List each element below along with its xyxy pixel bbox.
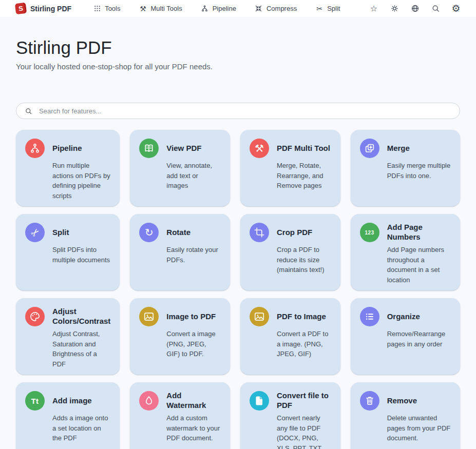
feature-title: Add Watermark	[166, 391, 221, 411]
globe-icon[interactable]	[410, 4, 420, 13]
sun-icon[interactable]	[390, 4, 399, 13]
search-icon	[24, 107, 32, 115]
search-icon[interactable]	[431, 4, 440, 13]
grid-icon	[93, 5, 101, 13]
feature-description: Convert a PDF to a image. (PNG, JPEG, GI…	[277, 329, 331, 359]
card-view-pdf[interactable]: View PDF View, annotate, add text or ima…	[130, 130, 230, 206]
search-input[interactable]	[16, 103, 460, 119]
gear-icon[interactable]: ⚙	[451, 4, 461, 13]
top-navbar: S Stirling PDF Tools ⚒ Multi Tools Pipel…	[0, 0, 476, 17]
feature-title: Pipeline	[52, 144, 110, 153]
feature-description: Crop a PDF to reduce its size (maintains…	[277, 245, 331, 275]
scissors-icon: ✂	[315, 5, 323, 13]
scissors-icon: ✂	[25, 223, 45, 242]
nav-item-compress[interactable]: Compress	[255, 5, 297, 13]
feature-description: Easily rotate your PDFs.	[166, 245, 221, 265]
image-icon	[250, 307, 269, 326]
page-title: Stirling PDF	[16, 37, 460, 58]
stirling-logo-icon: S	[15, 3, 27, 14]
feature-description: Adds a image onto a set location on the …	[52, 413, 110, 443]
feature-title: PDF Multi Tool	[277, 144, 331, 153]
card-split[interactable]: ✂ Split Split PDFs into multiple documen…	[16, 214, 120, 290]
feature-search	[16, 103, 460, 119]
feature-description: Run multiple actions on PDFs by defining…	[52, 161, 110, 201]
crop-icon	[250, 223, 269, 242]
feature-title: Split	[52, 228, 110, 238]
compress-icon	[255, 5, 263, 13]
card-add-watermark[interactable]: Add Watermark Add a custom watermark to …	[130, 382, 230, 449]
feature-title: Adjust Colors/Contrast	[52, 307, 110, 326]
feature-title: PDF to Image	[277, 312, 331, 322]
nav-item-label: Tools	[105, 5, 120, 12]
feature-description: Add a custom watermark to your PDF docum…	[166, 413, 221, 443]
card-rotate[interactable]: ↻ Rotate Easily rotate your PDFs.	[130, 214, 230, 290]
feature-title: Rotate	[166, 228, 221, 238]
card-add-image[interactable]: Tt Add image Adds a image onto a set loc…	[16, 382, 120, 449]
pipeline-icon	[201, 5, 209, 13]
trash-icon	[360, 391, 379, 411]
list-icon	[360, 307, 379, 326]
palette-icon	[25, 307, 45, 326]
feature-description: Convert a image (PNG, JPEG, GIF) to PDF.	[166, 329, 221, 359]
card-add-page-numbers[interactable]: 123 Add Page Numbers Add Page numbers th…	[351, 214, 460, 290]
card-pipeline[interactable]: Pipeline Run multiple actions on PDFs by…	[16, 130, 120, 206]
tools-icon: ⚒	[139, 5, 147, 13]
card-pdf-to-image[interactable]: PDF to Image Convert a PDF to a image. (…	[240, 298, 340, 375]
brand[interactable]: S Stirling PDF	[15, 3, 71, 14]
feature-description: Delete unwanted pages from your PDF docu…	[387, 413, 451, 443]
feature-description: Adjust Contrast, Saturation and Brightne…	[52, 329, 110, 369]
add-image-icon: Tt	[25, 391, 45, 411]
nav-menu: Tools ⚒ Multi Tools Pipeline Compress ✂ …	[93, 5, 340, 13]
nav-item-label: Pipeline	[213, 5, 236, 12]
nav-item-tools[interactable]: Tools	[93, 5, 120, 13]
nav-item-label: Compress	[266, 5, 297, 12]
main-content: Stirling PDF Your locally hosted one-sto…	[0, 37, 476, 449]
brand-name: Stirling PDF	[30, 5, 71, 13]
feature-card-grid: Pipeline Run multiple actions on PDFs by…	[16, 130, 460, 449]
book-icon	[139, 139, 159, 158]
card-image-to-pdf[interactable]: Image to PDF Convert a image (PNG, JPEG,…	[130, 298, 230, 375]
feature-title: Convert file to PDF	[277, 391, 331, 411]
feature-description: Remove/Rearrange pages in any order	[387, 329, 451, 349]
star-icon[interactable]: ☆	[369, 4, 378, 13]
feature-title: Merge	[387, 144, 451, 153]
nav-item-split[interactable]: ✂ Split	[315, 5, 340, 13]
merge-icon	[360, 139, 379, 158]
card-merge[interactable]: Merge Easily merge multiple PDFs into on…	[351, 130, 460, 206]
pipeline-icon	[25, 139, 45, 158]
add-page-numbers-icon: 123	[360, 223, 379, 242]
feature-description: Convert nearly any file to PDF (DOCX, PN…	[277, 413, 331, 449]
card-convert-file-to-pdf[interactable]: Convert file to PDF Convert nearly any f…	[240, 382, 340, 449]
nav-item-multi-tools[interactable]: ⚒ Multi Tools	[139, 5, 182, 13]
feature-title: Organize	[387, 312, 451, 322]
feature-description: Merge, Rotate, Rearrange, and Remove pag…	[277, 161, 331, 191]
file-icon	[250, 391, 269, 411]
rotate-icon: ↻	[139, 223, 159, 242]
feature-title: Add image	[52, 396, 110, 406]
card-pdf-multi-tool[interactable]: ⚒ PDF Multi Tool Merge, Rotate, Rearrang…	[240, 130, 340, 206]
card-adjust-colors-contrast[interactable]: Adjust Colors/Contrast Adjust Contrast, …	[16, 298, 120, 375]
feature-description: View, annotate, add text or images	[166, 161, 221, 191]
feature-title: Add Page Numbers	[387, 223, 451, 242]
feature-description: Add Page numbers throughout a document i…	[387, 245, 451, 285]
feature-title: Remove	[387, 396, 451, 406]
feature-description: Easily merge multiple PDFs into one.	[387, 161, 451, 181]
nav-item-label: Split	[327, 5, 340, 12]
card-remove[interactable]: Remove Delete unwanted pages from your P…	[351, 382, 460, 449]
image-icon	[139, 307, 159, 326]
nav-item-pipeline[interactable]: Pipeline	[201, 5, 236, 13]
feature-description: Split PDFs into multiple documents	[52, 245, 110, 265]
feature-title: Crop PDF	[277, 228, 331, 238]
tools-icon: ⚒	[250, 139, 269, 158]
feature-title: Image to PDF	[166, 312, 221, 322]
feature-title: View PDF	[166, 144, 221, 153]
nav-item-label: Multi Tools	[150, 5, 182, 12]
card-organize[interactable]: Organize Remove/Rearrange pages in any o…	[351, 298, 460, 375]
nav-actions: ☆ ⚙	[369, 4, 461, 13]
droplet-icon	[139, 391, 159, 411]
card-crop-pdf[interactable]: Crop PDF Crop a PDF to reduce its size (…	[240, 214, 340, 290]
page-subtitle: Your locally hosted one-stop-shop for al…	[16, 62, 460, 71]
